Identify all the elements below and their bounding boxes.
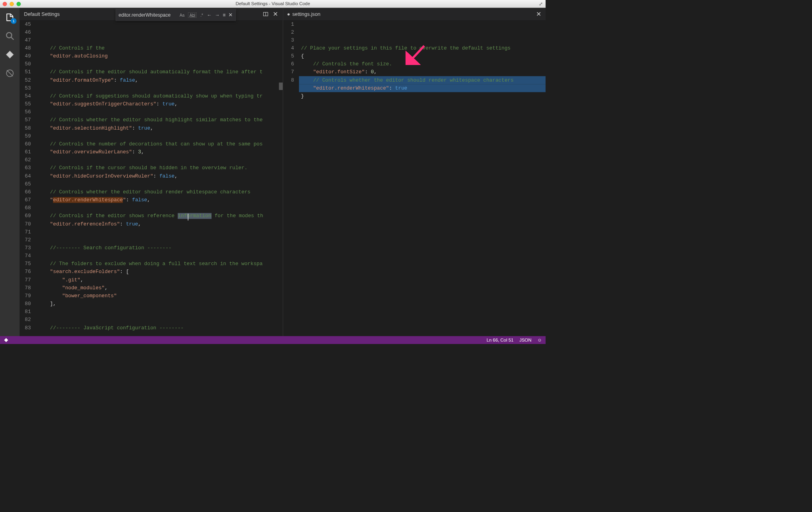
split-editor-icon[interactable] xyxy=(263,11,268,17)
window-controls xyxy=(3,2,21,6)
match-case-toggle[interactable]: Aa xyxy=(178,12,186,17)
search-icon[interactable] xyxy=(4,31,15,42)
svg-line-1 xyxy=(11,37,14,40)
status-git-icon[interactable] xyxy=(4,338,8,342)
left-code-lines[interactable]: // Controls if the "editor.autoClosing /… xyxy=(36,20,283,336)
regex-toggle[interactable]: .* xyxy=(199,12,204,17)
find-widget: Aa Abl .* ← → ≡ ✕ xyxy=(116,9,236,21)
left-editor-pane: Default Settings ✕ 454647484950515253545… xyxy=(20,8,283,336)
window-title: Default Settings - Visual Studio Code xyxy=(236,1,310,6)
zoom-window-button[interactable] xyxy=(17,2,21,6)
find-selection-icon[interactable]: ≡ xyxy=(223,12,226,18)
git-icon[interactable] xyxy=(4,49,15,60)
left-line-numbers: 4546474849505152535455565758596061626364… xyxy=(20,20,36,336)
close-tab-icon[interactable]: ✕ xyxy=(273,10,278,18)
debug-icon[interactable] xyxy=(4,68,15,79)
explorer-icon[interactable]: 1 xyxy=(4,12,15,23)
titlebar: Default Settings - Visual Studio Code ⤢ xyxy=(0,0,546,8)
left-tab-title[interactable]: Default Settings xyxy=(24,11,59,17)
left-code-area[interactable]: 4546474849505152535455565758596061626364… xyxy=(20,20,283,336)
right-line-numbers: 12345678 xyxy=(283,20,299,336)
right-tab-title[interactable]: settings.json xyxy=(287,11,320,17)
status-feedback-icon[interactable]: ☺ xyxy=(537,337,542,342)
explorer-badge: 1 xyxy=(11,18,17,24)
close-window-button[interactable] xyxy=(3,2,7,6)
right-code-lines[interactable]: // Place your settings in this file to o… xyxy=(299,20,546,336)
status-language[interactable]: JSON xyxy=(519,337,531,342)
minimap-handle[interactable] xyxy=(279,82,282,90)
minimize-window-button[interactable] xyxy=(10,2,14,6)
find-next-icon[interactable]: → xyxy=(215,12,220,18)
right-editor-pane: settings.json ✕ 12345678 // Place your s… xyxy=(283,8,546,336)
activity-bar: 1 xyxy=(0,8,20,336)
svg-line-3 xyxy=(7,70,13,76)
whole-word-toggle[interactable]: Abl xyxy=(188,12,197,18)
svg-point-0 xyxy=(6,32,11,38)
close-tab-icon[interactable]: ✕ xyxy=(536,10,541,18)
right-tabbar: settings.json ✕ xyxy=(283,8,546,20)
status-cursor-position[interactable]: Ln 66, Col 51 xyxy=(486,337,513,342)
find-close-icon[interactable]: ✕ xyxy=(228,12,233,18)
status-bar: Ln 66, Col 51 JSON ☺ xyxy=(0,336,546,344)
find-prev-icon[interactable]: ← xyxy=(207,12,212,18)
find-input[interactable] xyxy=(119,12,176,18)
fullscreen-icon[interactable]: ⤢ xyxy=(539,1,543,7)
right-code-area[interactable]: 12345678 // Place your settings in this … xyxy=(283,20,546,336)
